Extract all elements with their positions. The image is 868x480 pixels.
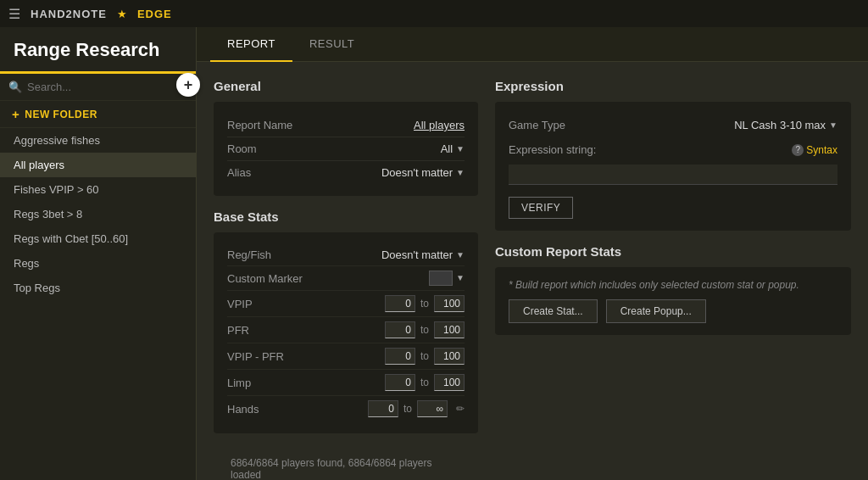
- custom-stats-buttons: Create Stat... Create Popup...: [509, 299, 837, 323]
- stat-to-label: to: [420, 377, 429, 388]
- create-stat-button[interactable]: Create Stat...: [509, 299, 598, 323]
- stat-from-input[interactable]: [385, 295, 415, 312]
- stat-to-label: to: [420, 324, 429, 336]
- alias-value[interactable]: Doesn't matter ▼: [381, 166, 465, 179]
- stat-range-inputs: to: [385, 295, 465, 312]
- sidebar-item[interactable]: Aggressive fishes: [0, 128, 196, 153]
- stat-label: Reg/Fish: [227, 248, 381, 261]
- stat-to-input[interactable]: [434, 321, 465, 338]
- custom-stats-note: * Build report which includes only selec…: [509, 279, 837, 291]
- base-stats-card: Reg/FishDoesn't matter ▼Custom Marker▼VP…: [214, 232, 478, 433]
- syntax-link[interactable]: ? Syntax: [792, 144, 837, 156]
- app-name: HAND2NOTE: [31, 8, 107, 20]
- general-card: Report Name All players Room All ▼: [214, 102, 478, 196]
- expression-input[interactable]: [509, 165, 837, 185]
- stat-label: VPIP - PFR: [227, 350, 385, 363]
- search-bar: 🔍: [0, 74, 196, 101]
- add-button[interactable]: +: [176, 73, 200, 97]
- game-type-dropdown-icon: ▼: [829, 120, 837, 130]
- room-row: Room All ▼: [227, 137, 465, 161]
- topbar: ☰ HAND2NOTE ★ EDGE: [0, 0, 868, 27]
- sidebar: Range Research 🔍 + NEW FOLDER Aggressive…: [0, 27, 197, 480]
- expression-section: Expression Game Type NL Cash 3-10 max ▼ …: [495, 79, 851, 231]
- stat-row: Limpto: [227, 370, 465, 396]
- sidebar-item[interactable]: Regs 3bet > 8: [0, 202, 196, 226]
- stat-inf-icon[interactable]: ✏: [456, 403, 465, 415]
- footer: 6864/6864 players found, 6864/6864 playe…: [214, 447, 478, 480]
- new-folder-label: NEW FOLDER: [25, 109, 97, 120]
- sidebar-item[interactable]: Regs with Cbet [50..60]: [0, 226, 196, 251]
- room-dropdown-icon: ▼: [456, 144, 465, 153]
- stat-row: Handsto✏: [227, 396, 465, 421]
- stat-to-input[interactable]: [434, 374, 465, 391]
- report-name-label: Report Name: [227, 119, 292, 131]
- stat-to-input[interactable]: [434, 295, 465, 312]
- stat-row: VPIPto: [227, 291, 465, 317]
- stat-row: Reg/FishDoesn't matter ▼: [227, 244, 465, 266]
- right-panel: Expression Game Type NL Cash 3-10 max ▼ …: [495, 79, 851, 480]
- star-icon: ★: [117, 8, 127, 20]
- room-value[interactable]: All ▼: [441, 142, 465, 155]
- sidebar-item[interactable]: Regs: [0, 251, 196, 276]
- stat-label: Limp: [227, 377, 385, 389]
- plus-icon: +: [12, 107, 19, 121]
- sidebar-item[interactable]: All players: [0, 153, 196, 177]
- game-type-value[interactable]: NL Cash 3-10 max ▼: [734, 119, 837, 131]
- stat-row: PFRto: [227, 317, 465, 343]
- main-content: REPORTRESULT General Report Name All pla…: [197, 27, 868, 480]
- stats-text: 6864/6864 players found, 6864/6864 playe…: [231, 457, 461, 480]
- create-popup-button[interactable]: Create Popup...: [606, 299, 706, 323]
- report-name-row: Report Name All players: [227, 114, 465, 137]
- stat-range-inputs: to: [385, 348, 465, 365]
- page-title: Range Research: [0, 27, 196, 74]
- game-type-row: Game Type NL Cash 3-10 max ▼: [509, 114, 837, 137]
- general-title: General: [214, 79, 478, 93]
- base-stats-section: Base Stats Reg/FishDoesn't matter ▼Custo…: [214, 209, 478, 433]
- tab-report[interactable]: REPORT: [210, 27, 292, 62]
- new-folder-button[interactable]: + NEW FOLDER: [0, 101, 196, 128]
- alias-dropdown-icon: ▼: [456, 168, 465, 177]
- stat-range-inputs: to: [385, 374, 465, 391]
- room-label: Room: [227, 142, 257, 155]
- stat-label: VPIP: [227, 298, 385, 310]
- expression-string-label: Expression string:: [509, 143, 596, 156]
- stat-from-input[interactable]: [385, 374, 415, 391]
- left-panel: General Report Name All players Room All: [214, 79, 478, 480]
- custom-marker-box[interactable]: ▼: [429, 271, 465, 286]
- stat-range-inputs: to✏: [368, 400, 465, 417]
- verify-button[interactable]: VERIFY: [509, 197, 573, 219]
- custom-report-stats-section: Custom Report Stats * Build report which…: [495, 244, 851, 335]
- custom-stats-title: Custom Report Stats: [495, 244, 851, 259]
- hamburger-menu-icon[interactable]: ☰: [8, 6, 20, 22]
- tab-result[interactable]: RESULT: [292, 27, 371, 62]
- sidebar-item[interactable]: Top Regs: [0, 276, 196, 300]
- base-stats-title: Base Stats: [214, 209, 478, 224]
- game-type-label: Game Type: [509, 119, 565, 131]
- edge-label: EDGE: [137, 8, 172, 20]
- stat-to-input[interactable]: [417, 400, 448, 417]
- sidebar-item[interactable]: Fishes VPIP > 60: [0, 177, 196, 202]
- stat-row: Custom Marker▼: [227, 266, 465, 291]
- general-section: General Report Name All players Room All: [214, 79, 478, 196]
- stat-to-input[interactable]: [434, 348, 465, 365]
- stat-label: Custom Marker: [227, 272, 429, 285]
- expression-string-row: Expression string: ? Syntax: [509, 137, 837, 159]
- expression-title: Expression: [495, 79, 851, 93]
- stat-from-input[interactable]: [385, 348, 415, 365]
- stat-from-input[interactable]: [368, 400, 398, 417]
- tabs: REPORTRESULT: [197, 27, 868, 62]
- search-input[interactable]: [27, 81, 187, 93]
- stat-to-label: to: [420, 350, 429, 362]
- stat-from-input[interactable]: [385, 321, 415, 338]
- stat-dropdown[interactable]: Doesn't matter ▼: [381, 248, 465, 261]
- stat-label: Hands: [227, 403, 368, 416]
- stat-to-label: to: [403, 403, 412, 415]
- content-area: General Report Name All players Room All: [197, 62, 868, 480]
- expression-card: Game Type NL Cash 3-10 max ▼ Expression …: [495, 102, 851, 231]
- stat-range-inputs: to: [385, 321, 465, 338]
- report-name-value[interactable]: All players: [414, 119, 465, 131]
- alias-label: Alias: [227, 166, 251, 179]
- stat-row: VPIP - PFRto: [227, 343, 465, 370]
- sidebar-items: Aggressive fishesAll playersFishes VPIP …: [0, 128, 196, 300]
- search-icon: 🔍: [8, 81, 22, 93]
